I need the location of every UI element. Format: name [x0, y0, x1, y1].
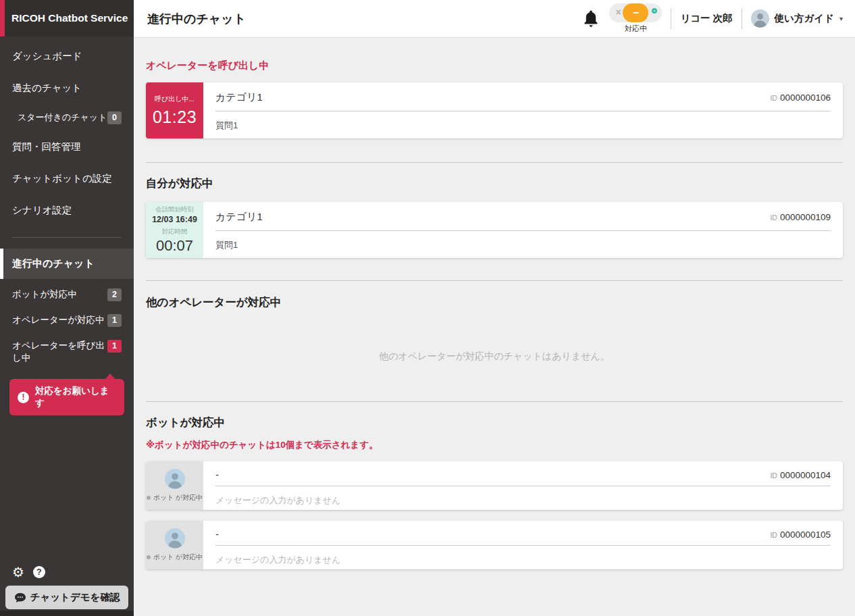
exclamation-icon: !: [18, 392, 29, 403]
avatar: [751, 9, 769, 28]
sidebar-item-label: 過去のチャット: [12, 82, 82, 93]
bot-status-label: ボット が対応中: [153, 553, 203, 562]
bot-limit-note: ※ボットが対応中のチャットは10個まで表示されます。: [146, 439, 843, 451]
sidebar-item-chatbot-settings[interactable]: チャットボットの設定: [0, 163, 134, 195]
section-heading-calling: オペレーターを呼び出し中: [146, 59, 843, 72]
chat-card-bot[interactable]: ボット が対応中 - ID0000000105 メッセージの入力がありません: [146, 521, 843, 569]
id-value: 0000000104: [780, 470, 831, 480]
guide-label: 使い方ガイド: [775, 12, 834, 25]
bot-panel: ボット が対応中: [146, 461, 203, 510]
sidebar-item-label: ボットが対応中: [12, 289, 77, 299]
status-dot-icon: [147, 496, 151, 500]
card-body: カテゴリ1 ID0000000109 質問1: [203, 202, 843, 258]
count-badge: 0: [107, 111, 122, 124]
sidebar-item-scenario-settings[interactable]: シナリオ設定: [0, 195, 134, 226]
sidebar-item-dashboard[interactable]: ダッシュボード: [0, 41, 134, 72]
help-icon[interactable]: ?: [33, 566, 45, 578]
sidebar-item-bot-handling[interactable]: 2 ボットが対応中: [0, 282, 134, 307]
sidebar: RICOH Chatbot Service ダッシュボード 過去のチャット 0 …: [0, 0, 134, 616]
card-title: -: [215, 469, 219, 480]
attention-callout[interactable]: ! 対応をお願いします: [9, 379, 124, 415]
id-label: ID: [770, 471, 777, 480]
section-heading-bot: ボットが対応中: [146, 415, 843, 430]
card-title: -: [215, 528, 219, 540]
bot-status-label: ボット が対応中: [153, 493, 203, 503]
sidebar-divider: [12, 237, 122, 238]
sidebar-item-label: オペレーターを呼び出し中: [12, 340, 105, 363]
bot-status: ボット が対応中: [147, 493, 203, 503]
sidebar-item-label: スター付きのチャット: [18, 112, 107, 122]
bot-status: ボット が対応中: [147, 553, 203, 562]
section-heading-others: 他のオペレーターが対応中: [146, 295, 843, 310]
header-divider: [671, 9, 671, 29]
id-label: ID: [770, 94, 777, 102]
gear-icon[interactable]: ⚙: [12, 565, 24, 579]
toggle-available-icon[interactable]: [652, 8, 657, 14]
sidebar-item-starred-chats[interactable]: 0 スター付きのチャット: [0, 104, 134, 131]
count-badge: 1: [107, 314, 122, 327]
section-divider: [146, 280, 843, 281]
main-content: オペレーターを呼び出し中 呼び出し中... 01:23 カテゴリ1 ID0000…: [134, 38, 855, 616]
chat-id: ID0000000104: [770, 470, 831, 480]
start-time-label: 会話開始時刻: [155, 205, 194, 214]
availability-toggle-wrap: × − 対応中: [609, 3, 662, 34]
card-category: カテゴリ1: [215, 211, 263, 224]
guide-dropdown[interactable]: 使い方ガイド ▾: [751, 9, 843, 28]
timer-label: 呼び出し中...: [155, 95, 195, 104]
chat-demo-button[interactable]: チャットデモを確認: [5, 586, 128, 609]
sidebar-item-operator-calling[interactable]: 1 オペレーターを呼び出し中: [0, 333, 134, 371]
id-label: ID: [770, 531, 777, 539]
calling-timer-panel: 呼び出し中... 01:23: [146, 82, 203, 138]
card-body: - ID0000000104 メッセージの入力がありません: [203, 461, 843, 510]
sidebar-item-past-chats[interactable]: 過去のチャット: [0, 72, 134, 104]
chat-bubble-icon: [14, 592, 26, 603]
mine-time-panel: 会話開始時刻 12/03 16:49 対応時間 00:07: [146, 202, 203, 258]
footer-icons: ⚙ ?: [5, 565, 128, 586]
empty-state-message: 他のオペレーターが対応中のチャットはありません。: [146, 351, 843, 363]
sidebar-footer: ⚙ ? チャットデモを確認: [0, 565, 134, 609]
availability-status-label: 対応中: [625, 24, 647, 34]
chat-card-mine[interactable]: 会話開始時刻 12/03 16:49 対応時間 00:07 カテゴリ1 ID00…: [146, 202, 843, 258]
toggle-off-icon[interactable]: ×: [615, 7, 621, 18]
id-value: 0000000105: [780, 530, 831, 540]
duration-label: 対応時間: [162, 228, 188, 236]
section-divider: [146, 162, 843, 163]
notifications-button[interactable]: [581, 8, 600, 30]
message-placeholder: メッセージの入力がありません: [215, 546, 831, 566]
sidebar-item-label: 質問・回答管理: [12, 141, 81, 152]
chat-card-bot[interactable]: ボット が対応中 - ID0000000104 メッセージの入力がありません: [146, 461, 843, 510]
chat-id: ID0000000106: [770, 93, 831, 103]
sidebar-nav: ダッシュボード 過去のチャット 0 スター付きのチャット 質問・回答管理 チャッ…: [0, 41, 134, 226]
sidebar-item-active-chats[interactable]: 進行中のチャット: [0, 249, 134, 279]
page-title: 進行中のチャット: [147, 11, 246, 27]
availability-toggle[interactable]: × −: [609, 3, 662, 22]
bell-icon: [583, 9, 599, 28]
user-name: リコー 次郎: [680, 12, 732, 25]
bot-avatar: [165, 528, 185, 548]
card-body: - ID0000000105 メッセージの入力がありません: [203, 521, 843, 569]
sidebar-item-label: 進行中のチャット: [12, 257, 95, 269]
status-dot-icon: [147, 555, 151, 559]
card-category: カテゴリ1: [215, 91, 263, 104]
callout-label: 対応をお願いします: [35, 385, 116, 409]
sidebar-subnav: 2 ボットが対応中 1 オペレーターが対応中 1 オペレーターを呼び出し中: [0, 282, 134, 371]
app-logo: RICOH Chatbot Service: [0, 0, 134, 36]
card-question: 質問1: [215, 231, 831, 251]
card-question: 質問1: [215, 111, 831, 132]
card-body: カテゴリ1 ID0000000106 質問1: [203, 82, 843, 138]
bot-panel: ボット が対応中: [146, 521, 203, 569]
sidebar-item-qa-management[interactable]: 質問・回答管理: [0, 131, 134, 163]
header-right: × − 対応中 リコー 次郎 使い方ガイド ▾: [581, 3, 843, 34]
duration-value: 00:07: [156, 237, 193, 255]
sidebar-item-operator-handling[interactable]: 1 オペレーターが対応中: [0, 307, 134, 333]
chat-card-calling[interactable]: 呼び出し中... 01:23 カテゴリ1 ID0000000106 質問1: [146, 82, 843, 138]
message-placeholder: メッセージの入力がありません: [215, 486, 831, 507]
id-value: 0000000109: [780, 212, 831, 222]
toggle-busy-icon[interactable]: −: [623, 3, 648, 22]
chat-id: ID0000000105: [770, 530, 831, 540]
app-title: RICOH Chatbot Service: [11, 12, 128, 24]
count-badge: 2: [107, 288, 122, 301]
section-heading-mine: 自分が対応中: [146, 176, 843, 191]
sidebar-item-label: オペレーターが対応中: [12, 315, 105, 325]
timer-value: 01:23: [153, 107, 197, 127]
